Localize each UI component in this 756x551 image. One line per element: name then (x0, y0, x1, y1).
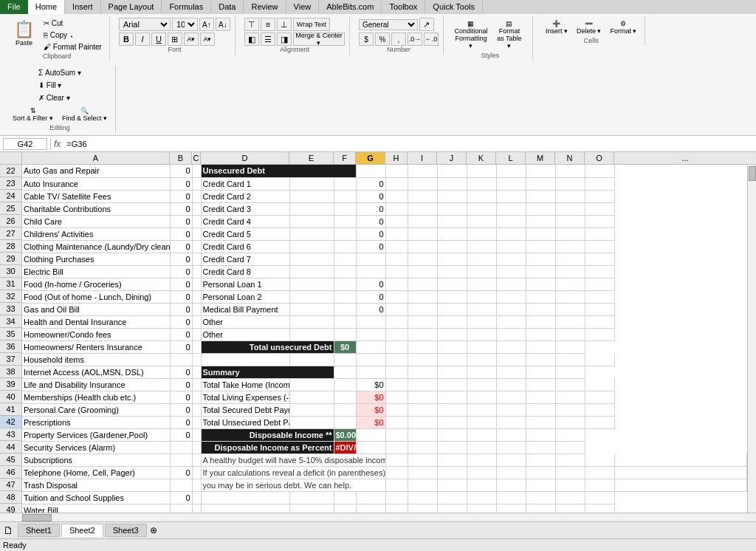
cell-extra-35-5[interactable] (526, 328, 555, 340)
cell-D26[interactable]: Credit Card 4 (201, 215, 289, 227)
cell-A24[interactable]: Cable TV/ Satellite Fees (22, 190, 170, 202)
cell-extra-34-7[interactable] (585, 315, 614, 328)
cell-B35[interactable]: 0 (170, 328, 192, 340)
cell-extra-31-6[interactable] (555, 278, 585, 290)
cell-B36[interactable]: 0 (170, 340, 192, 353)
cell-extra-36-6[interactable] (526, 340, 555, 353)
cell-E32[interactable] (289, 290, 334, 303)
cell-C49[interactable] (192, 504, 201, 513)
cell-G39[interactable]: $0 (356, 378, 385, 391)
col-header-J[interactable]: J (437, 152, 467, 164)
cell-extra-22-2[interactable] (437, 165, 467, 177)
row-header-41[interactable]: 41 (0, 403, 21, 416)
row-header-33[interactable]: 33 (0, 303, 21, 315)
cell-extra-32-1[interactable] (408, 290, 437, 303)
cell-extra-38-0[interactable] (356, 366, 385, 378)
cell-extra-31-4[interactable] (496, 278, 526, 290)
cell-E40[interactable] (289, 391, 334, 403)
cell-extra-31-0[interactable] (385, 278, 408, 290)
cell-A46[interactable]: Telephone (Home, Cell, Pager) (22, 466, 170, 479)
cell-C41[interactable] (192, 403, 201, 416)
cell-A49[interactable]: Water Bill (22, 504, 170, 513)
scrollbar-thumb-v[interactable] (749, 166, 756, 181)
vertical-scrollbar[interactable] (747, 165, 756, 513)
grid-area[interactable]: Auto Gas and Repair0Unsecured DebtAuto I… (22, 165, 747, 513)
cell-A36[interactable]: Homeowners/ Renters Insurance (22, 340, 170, 353)
cell-extra-46-0[interactable] (408, 466, 437, 479)
col-header-I[interactable]: I (408, 152, 437, 164)
cell-D24[interactable]: Credit Card 2 (201, 190, 289, 202)
cell-E31[interactable] (289, 278, 334, 290)
cell-extra-28-6[interactable] (555, 240, 585, 253)
cell-extra-32-0[interactable] (385, 290, 408, 303)
cell-extra-45-1[interactable] (437, 454, 467, 466)
cell-B37[interactable] (170, 353, 192, 366)
cell-extra-46-3[interactable] (496, 466, 526, 479)
row-header-44[interactable]: 44 (0, 441, 21, 454)
cell-extra-47-1[interactable] (437, 479, 467, 491)
font-shrink-button[interactable]: A↓ (216, 18, 230, 31)
cell-extra-32-3[interactable] (467, 290, 496, 303)
cell-extra-48-0[interactable] (385, 491, 408, 504)
cell-extra-41-6[interactable] (555, 403, 585, 416)
cell-extra-39-7[interactable] (585, 378, 614, 391)
cell-D31[interactable]: Personal Loan 1 (201, 278, 289, 290)
cell-extra-25-6[interactable] (555, 202, 585, 215)
tab-page-layout[interactable]: Page Layout (101, 0, 162, 14)
cell-extra-23-7[interactable] (585, 177, 614, 190)
cell-extra-25-7[interactable] (585, 202, 614, 215)
cell-extra-47-5[interactable] (555, 479, 585, 491)
cell-extra-47-4[interactable] (526, 479, 555, 491)
col-header-L[interactable]: L (496, 152, 526, 164)
cell-B26[interactable]: 0 (170, 215, 192, 227)
cell-extra-30-0[interactable] (385, 265, 408, 278)
row-header-35[interactable]: 35 (0, 328, 21, 340)
cell-E28[interactable] (289, 240, 334, 253)
cell-extra-29-0[interactable] (385, 253, 408, 265)
wrap-text-button[interactable]: Wrap Text (293, 18, 330, 31)
align-top-button[interactable]: ⊤ (244, 18, 259, 31)
cell-B24[interactable]: 0 (170, 190, 192, 202)
tab-data[interactable]: Data (211, 0, 244, 14)
cell-D40[interactable]: Total Living Expenses (-) (201, 391, 289, 403)
cell-F29[interactable] (334, 253, 356, 265)
cell-G24[interactable]: 0 (356, 190, 385, 202)
cell-extra-35-0[interactable] (385, 328, 408, 340)
cell-extra-44-5[interactable] (496, 441, 526, 454)
cell-D37[interactable] (201, 353, 289, 366)
cell-G38[interactable] (334, 366, 356, 378)
cell-G46[interactable] (385, 466, 408, 479)
increase-decimal-button[interactable]: .0→ (408, 32, 422, 46)
col-header-G[interactable]: G (356, 152, 385, 164)
tab-quick-tools[interactable]: Quick Tools (425, 0, 483, 14)
cell-B27[interactable]: 0 (170, 227, 192, 240)
cell-extra-24-4[interactable] (496, 190, 526, 202)
cell-extra-24-6[interactable] (555, 190, 585, 202)
number-format-dialog-button[interactable]: ↗ (419, 18, 434, 31)
cell-extra-34-6[interactable] (555, 315, 585, 328)
cell-extra-37-5[interactable] (526, 353, 555, 366)
cell-extra-36-5[interactable] (496, 340, 526, 353)
cell-extra-27-4[interactable] (496, 227, 526, 240)
cell-extra-25-2[interactable] (437, 202, 467, 215)
cell-extra-39-0[interactable] (385, 378, 408, 391)
cell-extra-27-0[interactable] (385, 227, 408, 240)
row-header-29[interactable]: 29 (0, 253, 21, 265)
cell-extra-41-2[interactable] (437, 403, 467, 416)
row-header-28[interactable]: 28 (0, 240, 21, 253)
row-header-34[interactable]: 34 (0, 315, 21, 328)
cell-G35[interactable] (356, 328, 385, 340)
row-header-39[interactable]: 39 (0, 378, 21, 391)
cell-extra-26-7[interactable] (585, 215, 614, 227)
scrollbar-thumb-h[interactable] (22, 514, 52, 521)
cell-extra-46-4[interactable] (526, 466, 555, 479)
cell-C22[interactable] (192, 165, 201, 177)
cell-E30[interactable] (289, 265, 334, 278)
col-header-N[interactable]: N (555, 152, 585, 164)
cell-F33[interactable] (334, 303, 356, 315)
cell-extra-26-6[interactable] (555, 215, 585, 227)
cell-extra-40-3[interactable] (467, 391, 496, 403)
cell-extra-38-3[interactable] (437, 366, 467, 378)
cell-extra-30-4[interactable] (496, 265, 526, 278)
cell-extra-44-4[interactable] (467, 441, 496, 454)
